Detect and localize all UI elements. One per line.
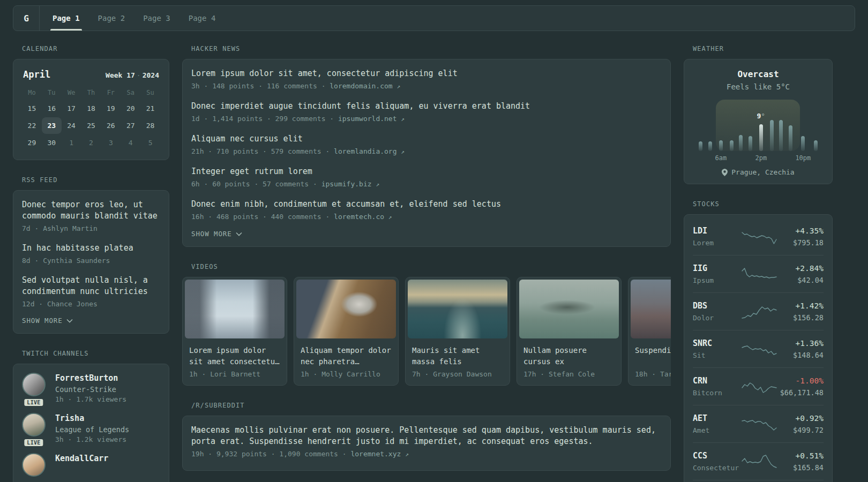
stock-change: +4.35% bbox=[777, 227, 824, 235]
tab-page-1[interactable]: Page 1 bbox=[51, 6, 81, 31]
hn-item-domain[interactable]: ipsumworld.net bbox=[338, 115, 401, 123]
stock-id: CCSConsectetur bbox=[693, 451, 742, 472]
weather-widget: Overcast Feels like 5°C 6am2pm9°10pm Pra… bbox=[684, 59, 833, 184]
calendar-day: 26 bbox=[101, 117, 121, 134]
weather-section: WEATHER Overcast Feels like 5°C 6am2pm9°… bbox=[684, 45, 833, 184]
twitch-channel-name: Trisha bbox=[55, 413, 129, 424]
weather-bar bbox=[789, 125, 792, 151]
hn-item-title[interactable]: Integer eget rutrum lorem bbox=[191, 166, 662, 177]
hn-item-domain[interactable]: ipsumify.biz bbox=[321, 180, 376, 188]
calendar-days: 1516171819202122232425262728293012345 bbox=[22, 100, 160, 151]
stock-name: Lorem bbox=[693, 239, 742, 247]
calendar-day: 2 bbox=[81, 134, 101, 151]
external-link-icon: ↗ bbox=[405, 451, 409, 458]
twitch-channel-row[interactable]: LIVEForrestBurtonCounter-Strike1h · 1.7k… bbox=[22, 373, 160, 403]
live-badge: LIVE bbox=[23, 438, 44, 447]
rss-list: Donec tempor eros leo, ut commodo mauris… bbox=[22, 199, 160, 309]
stock-row[interactable]: LDILorem+4.35%$795.18 bbox=[693, 218, 824, 255]
twitch-avatar-wrap: LIVE bbox=[22, 373, 46, 403]
calendar-day: 16 bbox=[42, 100, 62, 117]
app-logo[interactable]: G bbox=[13, 6, 40, 31]
stock-row[interactable]: IIGIpsum+2.84%$42.04 bbox=[693, 255, 824, 293]
stock-values: +0.51%$165.84 bbox=[777, 451, 824, 472]
twitch-channel-info: TrishaLeague of Legends3h · 1.2k viewers bbox=[55, 413, 129, 443]
weather-bar bbox=[719, 140, 723, 151]
weather-condition: Overcast bbox=[693, 69, 824, 79]
hn-item-domain[interactable]: loremdomain.com bbox=[330, 82, 396, 90]
tab-page-2[interactable]: Page 2 bbox=[97, 6, 126, 31]
stock-change: +0.51% bbox=[777, 451, 824, 460]
video-card[interactable]: Nullam posuere cursus ex17h · Stefan Col… bbox=[517, 277, 622, 386]
stock-symbol: LDI bbox=[693, 226, 742, 236]
degree-symbol: ° bbox=[761, 112, 765, 120]
section-title-stocks: STOCKS bbox=[693, 200, 833, 208]
weather-chart-column bbox=[811, 99, 820, 162]
stock-symbol: IIG bbox=[693, 263, 742, 273]
stock-price: $156.28 bbox=[777, 313, 824, 322]
hn-item-meta: 21h · 710 points · 579 comments · loreml… bbox=[191, 147, 662, 157]
video-card[interactable]: Suspendisse diam18h · Tara bbox=[628, 277, 671, 386]
external-link-icon: ↗ bbox=[388, 214, 392, 221]
hn-item-title[interactable]: Lorem ipsum dolor sit amet, consectetur … bbox=[191, 68, 662, 79]
stock-row[interactable]: CRNBitcorn-1.00%$66,171.48 bbox=[693, 368, 824, 405]
calendar-day: 25 bbox=[81, 117, 101, 134]
video-meta: 17h · Stefan Cole bbox=[523, 370, 615, 378]
stock-row[interactable]: AETAmet+0.92%$499.72 bbox=[693, 405, 824, 443]
section-title-weather: WEATHER bbox=[693, 45, 833, 52]
hn-show-more-button[interactable]: SHOW MORE bbox=[191, 230, 662, 238]
hn-item-title[interactable]: Donec enim nibh, condimentum et accumsan… bbox=[191, 199, 662, 210]
twitch-channel-row[interactable]: KendallCarr bbox=[22, 453, 160, 477]
calendar-day: 21 bbox=[140, 100, 160, 117]
tab-page-4[interactable]: Page 4 bbox=[188, 6, 217, 31]
video-card-body: Mauris sit amet massa felis7h · Grayson … bbox=[406, 341, 510, 385]
calendar-day: 1 bbox=[62, 134, 81, 151]
weather-chart-column: 2pm9° bbox=[755, 99, 767, 162]
tab-page-3[interactable]: Page 3 bbox=[142, 6, 171, 31]
video-card[interactable]: Lorem ipsum dolor sit amet consectetu…1h… bbox=[182, 277, 287, 386]
calendar-weekday: Fr bbox=[101, 85, 121, 100]
location-pin-icon bbox=[722, 169, 728, 176]
video-thumbnail bbox=[408, 280, 507, 338]
rss-show-more-button[interactable]: SHOW MORE bbox=[22, 317, 160, 325]
hn-item-domain[interactable]: loremlandia.org bbox=[334, 147, 401, 155]
hn-item: Donec enim nibh, condimentum et accumsan… bbox=[191, 199, 662, 222]
calendar-day: 24 bbox=[62, 117, 81, 134]
stock-row[interactable]: SNRCSit+1.36%$148.64 bbox=[693, 330, 824, 368]
rss-item: Sed volutpat nulla nisl, a condimentum n… bbox=[22, 275, 160, 309]
middle-column: HACKER NEWS Lorem ipsum dolor sit amet, … bbox=[182, 45, 671, 482]
hn-item-domain[interactable]: loremtech.co bbox=[334, 213, 388, 221]
chevron-down-icon bbox=[66, 319, 73, 323]
subreddit-item-title[interactable]: Maecenas mollis pulvinar erat non posuer… bbox=[191, 425, 662, 447]
subreddit-item-domain[interactable]: loremnet.xyz bbox=[350, 450, 405, 458]
stock-price: $42.04 bbox=[777, 276, 824, 284]
stock-row[interactable]: DBSDolor+1.42%$156.28 bbox=[693, 293, 824, 330]
weather-bar bbox=[801, 136, 805, 151]
weather-chart-column bbox=[767, 99, 776, 162]
rss-widget: Donec tempor eros leo, ut commodo mauris… bbox=[13, 190, 169, 334]
video-meta: 1h · Molly Carrillo bbox=[301, 370, 392, 378]
calendar-day: 27 bbox=[121, 117, 140, 134]
weather-time-tick: 6am bbox=[715, 151, 727, 162]
calendar-day: 28 bbox=[140, 117, 160, 134]
stock-symbol: SNRC bbox=[693, 338, 742, 348]
rss-item-title[interactable]: Sed volutpat nulla nisl, a condimentum n… bbox=[22, 275, 160, 297]
live-badge: LIVE bbox=[23, 398, 44, 407]
video-card[interactable]: Mauris sit amet massa felis7h · Grayson … bbox=[405, 277, 510, 386]
hn-item-title[interactable]: Donec imperdiet augue tincidunt felis al… bbox=[191, 101, 662, 112]
video-card[interactable]: Aliquam tempor dolor nec pharetra…1h · M… bbox=[294, 277, 399, 386]
video-card-body: Lorem ipsum dolor sit amet consectetu…1h… bbox=[183, 341, 287, 385]
rss-item-title[interactable]: In hac habitasse platea bbox=[22, 243, 160, 254]
twitch-channel-row[interactable]: LIVETrishaLeague of Legends3h · 1.2k vie… bbox=[22, 413, 160, 443]
calendar-day: 15 bbox=[22, 100, 42, 117]
weather-chart-column bbox=[746, 99, 755, 162]
calendar-day: 3 bbox=[101, 134, 121, 151]
rss-item-title[interactable]: Donec tempor eros leo, ut commodo mauris… bbox=[22, 199, 160, 222]
calendar-widget: April Week 17·2024 MoTuWeThFrSaSu 151617… bbox=[13, 59, 169, 160]
stock-id: AETAmet bbox=[693, 413, 742, 434]
rss-item-meta: 12d · Chance Jones bbox=[22, 299, 160, 309]
twitch-channel-meta: 1h · 1.7k viewers bbox=[55, 395, 126, 403]
section-title-twitch: TWITCH CHANNELS bbox=[22, 350, 169, 357]
hn-item-meta: 1d · 1,414 points · 299 comments · ipsum… bbox=[191, 114, 662, 124]
hn-item-title[interactable]: Aliquam nec cursus elit bbox=[191, 133, 662, 145]
stock-row[interactable]: CCSConsectetur+0.51%$165.84 bbox=[693, 443, 824, 480]
